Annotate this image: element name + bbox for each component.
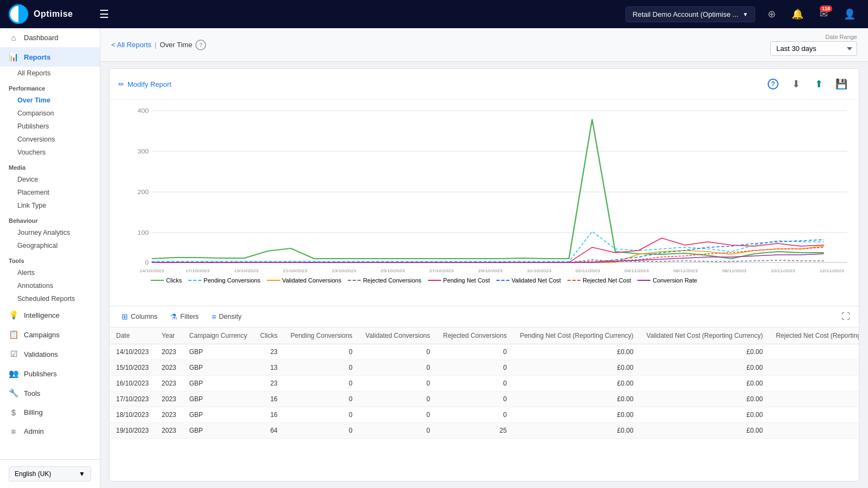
sidebar-item-dashboard[interactable]: ⌂ Dashboard (0, 28, 100, 47)
sidebar-item-alerts[interactable]: Alerts (0, 266, 100, 279)
svg-text:14/10/2023: 14/10/2023 (139, 268, 164, 273)
svg-text:29/10/2023: 29/10/2023 (478, 268, 502, 273)
rejected-cost-legend-line (567, 280, 580, 281)
media-section-title: Media (0, 159, 100, 173)
hamburger-button[interactable]: ☰ (99, 8, 109, 21)
modify-report-button[interactable]: ✏ Modify Report (118, 80, 171, 88)
svg-text:31/10/2023: 31/10/2023 (527, 268, 551, 273)
upload-icon: ⬆ (815, 78, 823, 90)
messages-button[interactable]: ✉ 118 (814, 4, 833, 24)
td-clicks: 23 (253, 344, 284, 360)
table-header-row: Date Year Campaign Currency Clicks Pendi… (110, 328, 859, 344)
breadcrumb-separator: | (155, 41, 156, 49)
columns-icon: ⊞ (122, 312, 128, 321)
header-right: Retail Demo Account (Optimise ... ▼ ⊕ 🔔 … (109, 4, 859, 24)
date-range-select[interactable]: Last 30 days Last 7 days Last 90 days Cu… (770, 41, 857, 56)
table-row: 16/10/2023 2023 GBP 23 0 0 0 £0.00 £0.00… (110, 376, 859, 391)
publishers-nav-label: Publishers (24, 370, 57, 378)
account-selector[interactable]: Retail Demo Account (Optimise ... ▼ (626, 7, 755, 22)
th-rejected-conversions: Rejected Conversions (437, 328, 513, 344)
sidebar-item-reports[interactable]: 📊 Reports (0, 47, 100, 67)
sidebar-item-conversions[interactable]: Conversions (0, 133, 100, 146)
td-year: 2023 (155, 407, 183, 423)
sidebar-item-billing[interactable]: $ Billing (0, 403, 100, 422)
table-row: 15/10/2023 2023 GBP 13 0 0 0 £0.00 £0.00… (110, 360, 859, 376)
admin-icon: ≡ (9, 427, 18, 436)
sidebar-item-device[interactable]: Device (0, 173, 100, 186)
validations-label: Validations (24, 350, 58, 358)
filters-label: Filters (180, 313, 199, 320)
journey-analytics-label: Journey Analytics (17, 229, 70, 236)
svg-text:27/10/2023: 27/10/2023 (429, 268, 454, 273)
svg-text:300: 300 (138, 148, 149, 155)
pending-cost-legend-line (428, 280, 441, 281)
pencil-icon: ✏ (118, 80, 124, 88)
sidebar-item-scheduled-reports[interactable]: Scheduled Reports (0, 292, 100, 305)
toolbar-help-button[interactable]: ? (764, 75, 782, 93)
td-pending-cost: £0.00 (513, 344, 640, 360)
validated-cost-legend-label: Validated Net Cost (512, 277, 561, 284)
td-rejected-cost: £0.00 (769, 360, 859, 376)
sidebar-item-placement[interactable]: Placement (0, 186, 100, 199)
validated-conversions-line (152, 246, 824, 262)
clicks-legend-line (151, 280, 164, 281)
sidebar-item-admin[interactable]: ≡ Admin (0, 422, 100, 441)
svg-text:0: 0 (145, 259, 149, 266)
density-button[interactable]: ≡ Density (208, 311, 245, 323)
toolbar-help-icon: ? (768, 79, 778, 89)
sidebar-item-publishers[interactable]: Publishers (0, 120, 100, 133)
sidebar-item-link-type[interactable]: Link Type (0, 199, 100, 212)
breadcrumb-back-link[interactable]: < All Reports (111, 41, 151, 49)
sidebar-item-intelligence[interactable]: 💡 Intelligence (0, 305, 100, 325)
td-validated-cost: £0.00 (640, 360, 770, 376)
add-button[interactable]: ⊕ (762, 4, 781, 24)
td-rejected-cost: £0.00 (769, 391, 859, 407)
td-rejected-cost: £0.00 (769, 344, 859, 360)
td-validated: 0 (359, 423, 437, 439)
filters-button[interactable]: ⚗ Filters (167, 311, 202, 323)
sidebar-item-comparison[interactable]: Comparison (0, 107, 100, 120)
sidebar-item-validations[interactable]: ☑ Validations (0, 344, 100, 364)
validated-cost-legend-line (496, 280, 509, 281)
legend-clicks: Clicks (151, 277, 182, 284)
profile-button[interactable]: 👤 (840, 4, 859, 24)
td-rejected: 0 (437, 344, 513, 360)
table-row: 17/10/2023 2023 GBP 16 0 0 0 £0.00 £0.00… (110, 391, 859, 407)
svg-text:25/10/2023: 25/10/2023 (380, 268, 405, 273)
sidebar-item-annotations[interactable]: Annotations (0, 279, 100, 292)
svg-text:400: 400 (138, 107, 149, 114)
campaigns-label: Campaigns (24, 331, 60, 339)
chart-legend: Clicks Pending Conversions Validated Con… (118, 275, 850, 288)
table-row: 18/10/2023 2023 GBP 16 0 0 0 £0.00 £0.00… (110, 407, 859, 423)
td-currency: GBP (183, 391, 254, 407)
sidebar-item-vouchers[interactable]: Vouchers (0, 146, 100, 159)
sidebar-item-tools-nav[interactable]: 🔧 Tools (0, 383, 100, 403)
expand-button[interactable]: ⛶ (841, 312, 850, 322)
sidebar-item-geographical[interactable]: Geographical (0, 239, 100, 252)
sidebar-item-campaigns[interactable]: 📋 Campaigns (0, 325, 100, 344)
language-selector[interactable]: English (UK) ▼ (9, 466, 91, 481)
td-validated-cost: £0.00 (640, 391, 770, 407)
sidebar-item-publishers-nav[interactable]: 👥 Publishers (0, 364, 100, 383)
legend-validated-net-cost: Validated Net Cost (496, 277, 561, 284)
sidebar-item-all-reports[interactable]: All Reports (0, 67, 100, 80)
plus-icon: ⊕ (768, 8, 776, 20)
svg-text:200: 200 (138, 189, 149, 195)
toolbar-download-button[interactable]: ⬇ (787, 75, 805, 93)
comparison-label: Comparison (17, 110, 54, 117)
td-validated: 0 (359, 376, 437, 391)
breadcrumb-help-icon[interactable]: ? (195, 40, 206, 50)
sidebar-item-journey-analytics[interactable]: Journey Analytics (0, 226, 100, 239)
toolbar-save-button[interactable]: 💾 (833, 75, 850, 93)
sidebar-item-over-time[interactable]: Over Time (0, 94, 100, 107)
vouchers-label: Vouchers (17, 149, 46, 156)
validated-conv-legend-line (267, 280, 280, 281)
td-date: 14/10/2023 (110, 344, 155, 360)
toolbar-upload-button[interactable]: ⬆ (810, 75, 827, 93)
clicks-legend-label: Clicks (166, 277, 182, 284)
legend-rejected-conversions: Rejected Conversions (348, 277, 422, 284)
columns-button[interactable]: ⊞ Columns (118, 311, 161, 323)
dashboard-icon: ⌂ (9, 33, 18, 42)
td-year: 2023 (155, 360, 183, 376)
notifications-button[interactable]: 🔔 (788, 4, 807, 24)
